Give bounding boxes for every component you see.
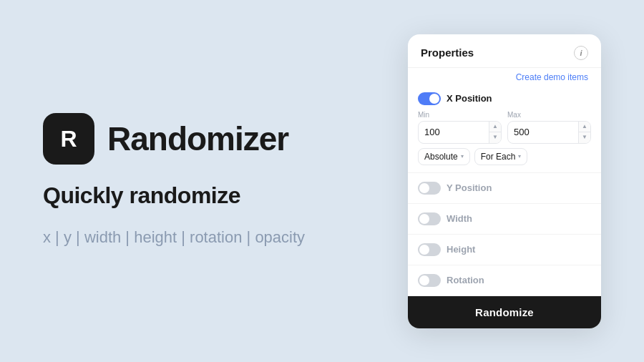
brand-row: R Randomizer (43, 113, 305, 165)
rotation-label: Rotation (447, 275, 484, 285)
x-position-row: X Position (418, 92, 591, 105)
y-position-label: Y Position (447, 182, 492, 193)
foreach-chevron-icon: ▾ (518, 153, 521, 160)
tagline: Quickly randomize (43, 182, 305, 209)
width-row: Width (408, 204, 601, 235)
max-label: Max (507, 111, 591, 119)
min-max-row: Min ▲ ▼ Max (418, 111, 591, 144)
max-spin-up[interactable]: ▲ (579, 122, 590, 133)
panel-title: Properties (421, 47, 474, 59)
width-toggle[interactable] (418, 212, 441, 225)
height-toggle[interactable] (418, 243, 441, 256)
min-spin-buttons: ▲ ▼ (489, 122, 501, 143)
foreach-dropdown-label: For Each (481, 152, 516, 162)
min-spin-down[interactable]: ▼ (489, 132, 501, 143)
subtitle: x | y | width | height | rotation | opac… (43, 227, 305, 249)
dropdowns-row: Absolute ▾ For Each ▾ (418, 148, 591, 165)
max-spin-buttons: ▲ ▼ (578, 122, 590, 143)
properties-panel: Properties i Create demo items X Positio… (408, 34, 601, 328)
mode-dropdown-label: Absolute (424, 152, 458, 162)
rotation-row: Rotation (408, 265, 601, 296)
main-container: R Randomizer Quickly randomize x | y | w… (0, 0, 644, 362)
randomize-button[interactable]: Randomize (408, 296, 601, 328)
min-spin-up[interactable]: ▲ (489, 122, 501, 133)
foreach-dropdown[interactable]: For Each ▾ (474, 148, 528, 165)
left-side: R Randomizer Quickly randomize x | y | w… (43, 113, 305, 248)
max-input-wrapper: ▲ ▼ (507, 121, 591, 144)
height-label: Height (447, 244, 475, 255)
y-position-toggle[interactable] (418, 182, 441, 195)
min-label: Min (418, 111, 502, 119)
max-input[interactable] (508, 127, 578, 137)
min-input[interactable] (419, 127, 489, 137)
panel-header: Properties i (408, 34, 601, 68)
min-input-wrapper: ▲ ▼ (418, 121, 502, 144)
app-name: Randomizer (107, 119, 288, 158)
panel-wrapper: Properties i Create demo items X Positio… (408, 34, 601, 328)
max-input-group: Max ▲ ▼ (507, 111, 591, 144)
mode-dropdown[interactable]: Absolute ▾ (418, 148, 470, 165)
info-icon[interactable]: i (574, 46, 588, 60)
app-icon-letter: R (60, 126, 77, 152)
max-spin-down[interactable]: ▼ (579, 132, 590, 143)
x-position-section: X Position Min ▲ ▼ Max (408, 85, 601, 173)
create-demo-link[interactable]: Create demo items (408, 68, 601, 85)
min-input-group: Min ▲ ▼ (418, 111, 502, 144)
width-label: Width (447, 213, 472, 224)
rotation-toggle[interactable] (418, 274, 441, 287)
x-position-toggle[interactable] (418, 92, 441, 105)
height-row: Height (408, 235, 601, 265)
x-position-label: X Position (447, 93, 492, 104)
app-icon: R (43, 113, 94, 165)
y-position-row: Y Position (408, 173, 601, 204)
mode-chevron-icon: ▾ (461, 153, 464, 160)
